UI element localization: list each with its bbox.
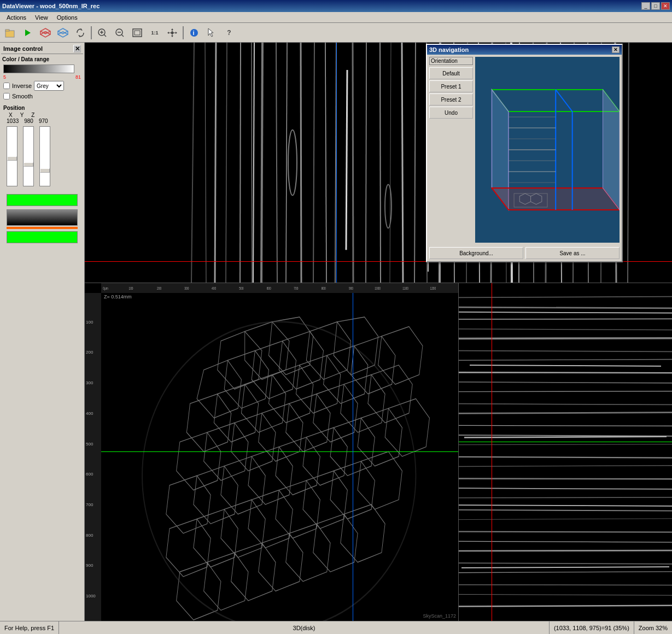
svg-rect-87: [85, 293, 101, 621]
bottom-right-crosshair-h: [459, 442, 672, 442]
open-button[interactable]: [2, 25, 19, 40]
position-axis-labels: X Y Z: [2, 112, 82, 118]
left-panel: Image control ✕ Color / Data range 5 81 …: [0, 43, 85, 621]
default-button[interactable]: Default: [429, 67, 473, 79]
pan-button[interactable]: [164, 25, 180, 40]
svg-rect-1: [5, 30, 9, 31]
y-slider[interactable]: [23, 126, 34, 186]
color-range-min: 5: [3, 74, 6, 80]
green-bar-2: [7, 231, 78, 243]
svg-marker-2: [25, 30, 31, 36]
svg-line-49: [402, 43, 403, 283]
y-label: Y: [20, 112, 24, 118]
3d-view-button[interactable]: 3D: [37, 25, 54, 40]
colormap-select[interactable]: Grey Rainbow Hot Cool: [34, 81, 64, 91]
actual-size-button[interactable]: 1:1: [147, 25, 163, 40]
menu-view[interactable]: View: [31, 13, 52, 22]
fit-button[interactable]: [129, 25, 145, 40]
position-section: Position X Y Z 1033 980 970: [2, 103, 82, 190]
help-button[interactable]: ?: [221, 25, 237, 40]
color-range-max: 81: [75, 74, 81, 80]
smooth-label: Smooth: [12, 93, 33, 99]
inverse-checkbox[interactable]: [3, 83, 10, 89]
svg-text:400: 400: [86, 411, 93, 415]
svg-line-161: [459, 413, 672, 414]
svg-marker-26: [176, 32, 177, 34]
svg-marker-23: [171, 28, 173, 30]
svg-text:100: 100: [128, 286, 133, 290]
y-slider-thumb[interactable]: [24, 162, 33, 167]
gradient-bar: [7, 209, 78, 226]
title-bar-controls: _ □ ✕: [641, 2, 670, 10]
bottom-left-viewport[interactable]: 0μm 100 200 300 400 500 600 700 800 900 …: [85, 283, 459, 621]
svg-line-177: [459, 585, 672, 585]
background-button[interactable]: Background...: [429, 247, 523, 259]
nav-3d-close-button[interactable]: ✕: [612, 46, 620, 53]
svg-text:1000: 1000: [375, 286, 381, 290]
svg-line-159: [459, 391, 672, 392]
panel-close-button[interactable]: ✕: [73, 45, 81, 52]
bottom-left-crosshair-v: [353, 293, 353, 621]
svg-text:300: 300: [86, 381, 93, 385]
color-range-bar[interactable]: [3, 64, 74, 73]
position-values: 1033 980 970: [2, 118, 82, 124]
svg-text:600: 600: [267, 286, 271, 290]
z-slider-thumb[interactable]: [40, 168, 50, 173]
panel-title: Image control: [3, 45, 43, 52]
z-slider[interactable]: [39, 126, 50, 186]
svg-text:1200: 1200: [430, 286, 436, 290]
nav-3d-controls: Orientation Default Preset 1 Preset 2 Un…: [429, 57, 473, 243]
minimize-button[interactable]: _: [641, 2, 650, 10]
bottom-left-image: [101, 293, 458, 621]
select-cursor-button[interactable]: [203, 25, 220, 40]
preset1-button[interactable]: Preset 1: [429, 80, 473, 92]
play-button[interactable]: [20, 25, 36, 40]
z-position-text: Z= 0.514mm: [104, 294, 132, 300]
nav-3d-button[interactable]: [55, 25, 71, 40]
svg-line-34: [215, 43, 216, 283]
svg-line-45: [353, 43, 353, 283]
rotate-button[interactable]: [72, 25, 89, 40]
title-bar: DataViewer - wood_500nm_IR_rec _ □ ✕: [0, 0, 672, 12]
x-slider-thumb[interactable]: [7, 156, 17, 161]
svg-line-167: [459, 479, 672, 479]
close-button[interactable]: ✕: [661, 2, 670, 10]
svg-marker-25: [167, 32, 169, 34]
smooth-checkbox[interactable]: [3, 93, 10, 99]
nav-3d-viewport[interactable]: [475, 57, 620, 243]
menu-options[interactable]: Options: [52, 13, 82, 22]
svg-marker-11: [58, 32, 68, 37]
zoom-in-button[interactable]: [94, 25, 110, 40]
svg-marker-8: [58, 28, 68, 34]
status-bar: For Help, press F1 3D(disk) (1033, 1108,…: [0, 621, 672, 634]
svg-rect-149: [459, 283, 672, 621]
svg-line-162: [459, 425, 672, 426]
nav-3d-footer: Background... Save as ...: [427, 245, 622, 261]
bottom-right-viewport[interactable]: [459, 283, 672, 621]
bottom-right-image: [459, 283, 672, 621]
menu-actions[interactable]: Actions: [2, 13, 31, 22]
svg-line-68: [346, 70, 347, 250]
x-slider[interactable]: [7, 126, 17, 186]
svg-line-41: [301, 43, 301, 283]
color-range-values: 5 81: [1, 74, 83, 80]
svg-line-157: [459, 372, 672, 373]
bottom-right-crosshair-v: [492, 283, 492, 621]
watermark: SkyScan_1172: [423, 613, 456, 619]
svg-line-154: [459, 338, 672, 339]
undo-button[interactable]: Undo: [429, 107, 473, 119]
info-button[interactable]: i: [186, 25, 202, 40]
svg-rect-21: [133, 29, 142, 37]
smooth-row: Smooth: [1, 92, 83, 101]
preset2-button[interactable]: Preset 2: [429, 93, 473, 105]
svg-marker-24: [171, 36, 173, 37]
svg-text:400: 400: [212, 286, 216, 290]
save-as-button[interactable]: Save as ...: [525, 247, 620, 259]
svg-text:800: 800: [86, 533, 93, 537]
svg-text:3D: 3D: [43, 31, 48, 34]
svg-line-46: [366, 43, 366, 283]
zoom-out-button[interactable]: [112, 25, 128, 40]
status-coordinates: (1033, 1108, 975)=91 (35%): [550, 621, 634, 634]
ruler-top: 0μm 100 200 300 400 500 600 700 800 900 …: [101, 283, 458, 293]
maximize-button[interactable]: □: [651, 2, 660, 10]
